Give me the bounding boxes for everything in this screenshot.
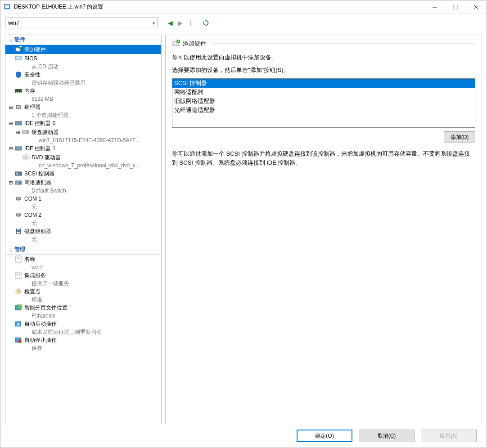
svg-rect-29 bbox=[17, 232, 20, 233]
svg-rect-35 bbox=[19, 273, 20, 275]
titlebar: DESKTOP-E1H0UEE 上 win7 的设置 bbox=[0, 0, 487, 14]
harddisk-icon bbox=[22, 129, 30, 136]
add-hardware-icon bbox=[172, 40, 180, 48]
tree-item-diskette[interactable]: 磁盘驱动器 无 bbox=[5, 227, 161, 243]
instruction-text: 选择要添加的设备，然后单击"添加"按钮(S)。 bbox=[172, 66, 475, 75]
vm-selector-value: win7 bbox=[8, 20, 19, 26]
tree-item-ide1[interactable]: ⊟IDE 控制器 1 bbox=[5, 144, 161, 153]
checkpoint-icon bbox=[14, 288, 23, 295]
description-text: 你可以通过添加一个 SCSI 控制器并将虚拟硬盘连接到该控制器，来增加虚拟机的可… bbox=[172, 149, 475, 167]
app-icon bbox=[4, 4, 11, 11]
content-area: ☆ 硬件 +添加硬件 BIOS 从 CD 启动 安全性 密钥存储驱动器已禁用 内… bbox=[0, 32, 487, 424]
svg-rect-3 bbox=[453, 5, 458, 9]
management-section-header[interactable]: ☆ 管理 bbox=[5, 245, 161, 255]
chevron-down-icon: ▾ bbox=[153, 21, 155, 26]
svg-rect-17 bbox=[15, 121, 22, 125]
controller-icon bbox=[14, 120, 23, 127]
svg-rect-9 bbox=[15, 56, 22, 60]
tree-item-name[interactable]: 名称 win7 bbox=[5, 255, 161, 271]
network-icon bbox=[14, 179, 23, 186]
integration-icon bbox=[14, 272, 23, 279]
tree-sub: 从 CD 启动 bbox=[5, 63, 161, 70]
tree-item-security[interactable]: 安全性 密钥存储驱动器已禁用 bbox=[5, 70, 161, 86]
dialog-footer: 确定(O) 取消(C) 应用(A) bbox=[0, 424, 487, 448]
autostop-icon bbox=[14, 336, 23, 344]
svg-rect-16 bbox=[17, 106, 20, 108]
collapse-icon[interactable]: ⊟ bbox=[7, 145, 14, 152]
svg-rect-28 bbox=[17, 228, 20, 230]
refresh-button[interactable] bbox=[202, 19, 210, 27]
nav-dropdown[interactable]: | bbox=[187, 19, 195, 27]
ok-button[interactable]: 确定(O) bbox=[297, 430, 352, 442]
tree-item-ide0[interactable]: ⊟IDE 控制器 0 bbox=[5, 119, 161, 128]
tree-item-com1[interactable]: COM 1 无 bbox=[5, 194, 161, 211]
svg-rect-10 bbox=[15, 89, 22, 92]
name-icon bbox=[14, 255, 23, 263]
tree-item-scsi[interactable]: SCSI 控制器 bbox=[5, 169, 161, 178]
svg-rect-12 bbox=[17, 92, 18, 93]
svg-rect-30 bbox=[16, 256, 21, 262]
tree-item-network[interactable]: ⊞网络适配器 Default Switch bbox=[5, 178, 161, 194]
hardware-section-header[interactable]: ☆ 硬件 bbox=[5, 35, 161, 45]
svg-rect-20 bbox=[15, 147, 22, 150]
hardware-listbox[interactable]: SCSI 控制器 网络适配器 旧版网络适配器 光纤通道适配器 bbox=[172, 78, 475, 128]
cancel-button[interactable]: 取消(C) bbox=[359, 430, 415, 442]
tree-item-com2[interactable]: COM 2 无 bbox=[5, 211, 161, 227]
tree-item-dvd[interactable]: DVD 驱动器 cn_windows_7_professional_x64_dv… bbox=[5, 153, 161, 169]
window-title: DESKTOP-E1H0UEE 上 win7 的设置 bbox=[14, 3, 424, 11]
memory-icon bbox=[14, 87, 23, 94]
nav-forward-button[interactable]: ▶ bbox=[176, 19, 184, 27]
management-header-label: 管理 bbox=[14, 246, 25, 253]
svg-rect-24 bbox=[16, 173, 18, 175]
tree-item-processor[interactable]: ⊞处理器 1 个虚拟处理器 bbox=[5, 103, 161, 119]
shield-icon bbox=[14, 71, 23, 78]
collapse-icon[interactable]: ⊟ bbox=[7, 120, 14, 127]
tree-item-harddisk[interactable]: ⊞硬盘驱动器 win7_81617115-E24E-4360-A71D-5A2F… bbox=[5, 128, 161, 144]
detail-header: 添加硬件 bbox=[172, 40, 475, 48]
collapse-icon[interactable]: ☆ bbox=[7, 36, 14, 44]
tree-item-integration[interactable]: 集成服务 提供了一些服务 bbox=[5, 271, 161, 287]
tree-item-autostart[interactable]: 自动启动操作 如果以前运行过，则重新启动 bbox=[5, 319, 161, 336]
dvd-icon bbox=[22, 154, 30, 161]
minimize-button[interactable] bbox=[424, 0, 445, 14]
collapse-icon[interactable]: ☆ bbox=[7, 246, 14, 253]
expand-icon[interactable]: ⊞ bbox=[7, 179, 14, 186]
close-button[interactable] bbox=[466, 0, 487, 14]
svg-rect-13 bbox=[19, 92, 20, 93]
maximize-button[interactable] bbox=[445, 0, 466, 14]
paging-icon bbox=[14, 304, 23, 311]
tree-item-memory[interactable]: 内存 8192 MB bbox=[5, 86, 161, 103]
svg-text:+: + bbox=[19, 46, 22, 50]
nav-back-button[interactable]: ◀ bbox=[166, 19, 174, 27]
list-item[interactable]: 旧版网络适配器 bbox=[172, 97, 475, 106]
list-item[interactable]: 光纤通道适配器 bbox=[172, 106, 475, 115]
header-divider bbox=[212, 44, 475, 44]
settings-tree[interactable]: ☆ 硬件 +添加硬件 BIOS 从 CD 启动 安全性 密钥存储驱动器已禁用 内… bbox=[5, 35, 162, 424]
svg-rect-38 bbox=[17, 305, 22, 309]
vm-selector[interactable]: win7 ▾ bbox=[5, 18, 158, 28]
detail-pane: 添加硬件 你可以使用此设置向虚拟机中添加设备。 选择要添加的设备，然后单击"添加… bbox=[165, 35, 482, 424]
svg-rect-26 bbox=[19, 182, 21, 184]
tree-item-bios[interactable]: BIOS 从 CD 启动 bbox=[5, 54, 161, 70]
list-item[interactable]: 网络适配器 bbox=[172, 88, 475, 97]
tree-item-autostop[interactable]: 自动停止操作 保存 bbox=[5, 336, 161, 352]
floppy-icon bbox=[14, 228, 23, 235]
hardware-header-label: 硬件 bbox=[14, 36, 25, 44]
svg-rect-11 bbox=[15, 92, 16, 93]
list-item[interactable]: SCSI 控制器 bbox=[172, 79, 475, 88]
apply-button[interactable]: 应用(A) bbox=[421, 430, 477, 442]
controller-icon bbox=[14, 145, 23, 152]
add-hardware-icon: + bbox=[14, 46, 23, 53]
tree-item-paging[interactable]: 智能分页文件位置 F:\hardisk bbox=[5, 303, 161, 319]
expand-icon[interactable]: ⊞ bbox=[14, 129, 22, 136]
tree-item-checkpoint[interactable]: 检查点 标准 bbox=[5, 287, 161, 303]
add-button[interactable]: 添加(D) bbox=[444, 131, 475, 143]
tree-item-add-hardware[interactable]: +添加硬件 bbox=[5, 45, 161, 54]
settings-window: DESKTOP-E1H0UEE 上 win7 的设置 win7 ▾ ◀ ▶ | … bbox=[0, 0, 487, 448]
autostart-icon bbox=[14, 320, 23, 327]
svg-rect-33 bbox=[16, 272, 21, 278]
cpu-icon bbox=[14, 103, 23, 111]
com-port-icon bbox=[14, 195, 23, 202]
expand-icon[interactable]: ⊞ bbox=[7, 103, 14, 111]
nav-arrows: ◀ ▶ bbox=[166, 19, 184, 27]
